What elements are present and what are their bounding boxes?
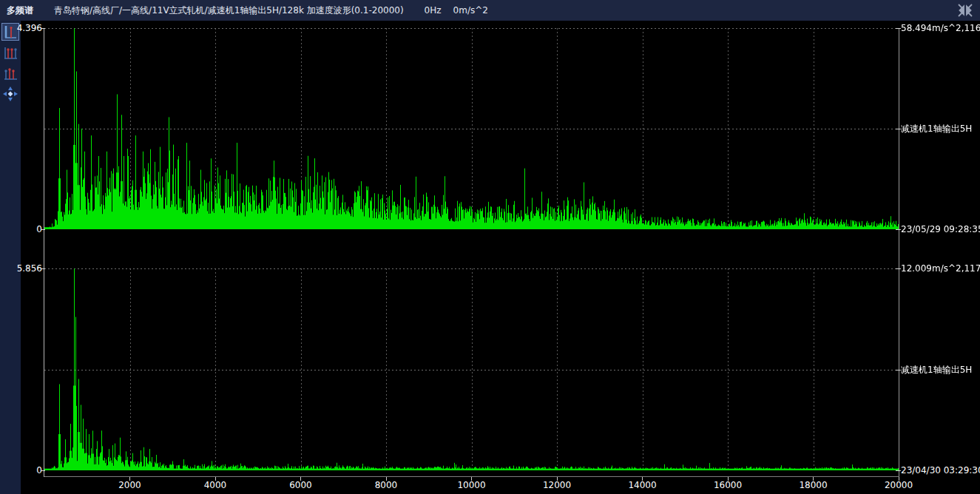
sideband-cursor-tool-button[interactable] [1, 64, 19, 82]
harmonic-cursor-icon [2, 44, 18, 61]
plot1-ymin-tick [41, 229, 45, 230]
x-tick-label: 6000 [277, 480, 325, 490]
spectrum-plot-1[interactable] [44, 28, 899, 229]
plot1-peak-label: 58.494m/s^2,1161RPM [901, 24, 980, 33]
plot1-channel-label: 减速机1轴输出5H [901, 124, 972, 133]
x-axis-line [44, 476, 899, 477]
app-window: 多频谱 青岛特钢/高线厂/一高线/11V立式轧机/减速机1轴输出5H/128k … [0, 0, 980, 494]
plot1-peak-tick [896, 28, 901, 29]
x-tick-label: 2000 [107, 480, 154, 490]
plot2-channel-tick [896, 370, 901, 370]
x-tick-label: 16000 [704, 480, 751, 490]
toolbar-sidebar [0, 21, 21, 494]
view-mode-label: 多频谱 [7, 4, 33, 17]
cursor-frequency-readout: 0Hz [425, 5, 442, 16]
x-tick-label: 14000 [619, 480, 666, 490]
cursor-amplitude-readout: 0m/s^2 [453, 5, 488, 16]
measurement-path-title: 青岛特钢/高线厂/一高线/11V立式轧机/减速机1轴输出5H/128k 加速度波… [54, 4, 404, 17]
collapse-button[interactable] [958, 4, 973, 17]
plot2-timestamp-label: 23/04/30 03:29:30 [901, 466, 980, 475]
sideband-cursor-icon [2, 65, 18, 81]
plot2-peak-label: 12.009m/s^2,1173RPM [901, 264, 980, 273]
plot1-ymax-label: 4.396 [15, 24, 42, 33]
header-bar: 多频谱 青岛特钢/高线厂/一高线/11V立式轧机/减速机1轴输出5H/128k … [0, 0, 980, 21]
plot2-timestamp-tick [896, 470, 901, 471]
pan-tool-button[interactable] [1, 85, 19, 103]
collapse-icon [958, 4, 973, 17]
plot1-timestamp-label: 23/05/29 09:28:35 [901, 225, 980, 234]
plot1-ymin-label: 0 [15, 225, 42, 234]
plot1-timestamp-tick [896, 229, 901, 230]
plot2-ymax-tick [41, 268, 45, 269]
harmonic-cursor-tool-button[interactable] [1, 44, 19, 61]
plot2-ymin-tick [41, 470, 45, 471]
x-tick-label: 10000 [448, 480, 496, 490]
x-tick-label: 8000 [362, 480, 410, 490]
x-tick-label: 12000 [533, 480, 581, 490]
plot2-peak-tick [896, 268, 901, 269]
plot1-ymax-tick [41, 28, 45, 29]
spectrum-plot-2[interactable] [44, 268, 899, 470]
plot1-channel-tick [896, 129, 901, 129]
plot2-ymax-label: 5.856 [15, 264, 42, 273]
move-arrows-icon [2, 86, 18, 102]
plot2-channel-label: 减速机1轴输出5H [901, 365, 972, 374]
x-tick-label: 20000 [875, 480, 922, 490]
plot-right-border [899, 28, 899, 477]
plot2-ymin-label: 0 [15, 466, 42, 475]
x-tick-label: 18000 [790, 480, 837, 490]
x-tick-label: 4000 [192, 480, 239, 490]
